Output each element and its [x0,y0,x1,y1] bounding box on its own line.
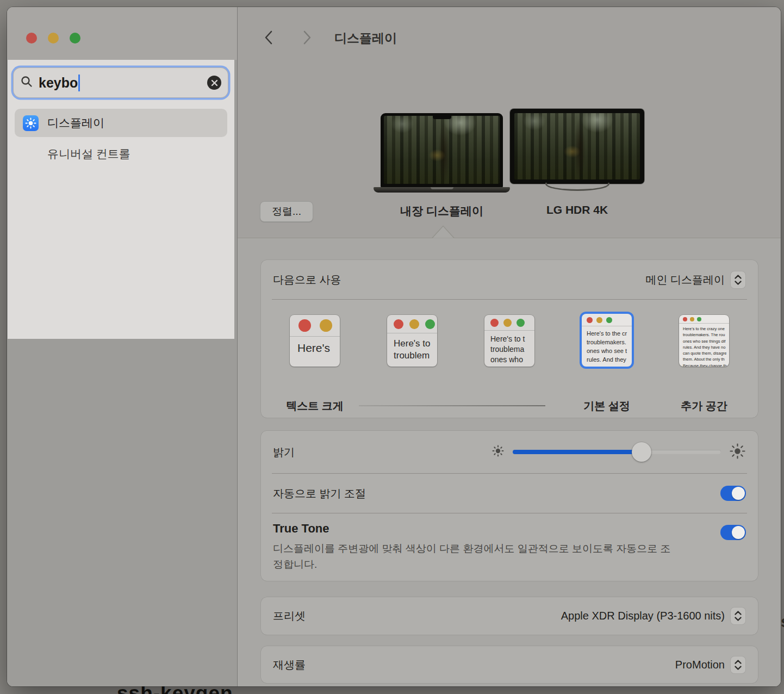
scaling-label-more-space: 추가 공간 [663,399,745,413]
scaling-label-default: 기본 설정 [566,399,648,413]
display-settings-pane: 디스플레이 내장 디스플레이 LG HDR 4K 정렬... [238,7,781,686]
search-result-label: 유니버설 컨트롤 [23,146,130,162]
text-cursor [78,75,80,91]
mini-window-text: Here's [290,337,340,355]
scaling-option-larger-text[interactable]: Here's [290,315,340,367]
resolution-card: 다음으로 사용 메인 디스플레이 Here's [261,260,758,418]
yellow-dot-icon [690,317,694,321]
yellow-dot-icon [409,319,419,329]
search-result-label: 디스플레이 [47,115,104,131]
red-dot-icon [587,317,593,323]
refresh-rate-control[interactable]: ProMotion [675,656,746,674]
scaling-tick-line [359,405,545,406]
scaling-option-3[interactable]: Here's to t troublema ones who [484,315,534,367]
use-as-label: 다음으로 사용 [273,272,341,287]
sidebar: keybo 디스플레 [7,7,238,686]
forward-button[interactable] [302,30,312,47]
mini-window-titlebar [484,315,534,331]
true-tone-description: 디스플레이를 주변광에 맞춰 색상이 다른 환경에서도 일관적으로 보이도록 자… [273,541,678,573]
search-result-universal-control[interactable]: 유니버설 컨트롤 [15,140,227,168]
back-button[interactable] [264,30,273,47]
display-brightness-icon [23,115,39,131]
external-display-name: LG HDR 4K [510,203,644,216]
refresh-rate-value: ProMotion [675,659,725,671]
system-settings-window: keybo 디스플레 [7,7,781,686]
green-dot-icon [697,317,701,321]
scaling-options: Here's Here's to troublem Here's to t tr… [261,300,758,418]
mini-window-titlebar [290,315,340,337]
mini-window-text: Here's to the crazy one troublemakers. T… [679,324,729,367]
search-result-display[interactable]: 디스플레이 [15,109,227,137]
red-dot-icon [298,319,311,332]
preset-control[interactable]: Apple XDR Display (P3-1600 nits) [561,607,746,625]
use-as-value: 메인 디스플레이 [645,272,725,287]
mini-window-text: Here's to t troublema ones who [484,331,534,365]
mini-window-titlebar [582,314,632,326]
green-dot-icon [425,319,435,329]
toggle-knob [732,526,745,539]
red-dot-icon [683,317,687,321]
yellow-dot-icon [596,317,602,323]
mini-window-titlebar [387,315,437,333]
green-dot-icon [517,319,525,327]
external-display-thumbnail[interactable] [510,109,644,191]
background-partial-text: s [781,612,784,631]
builtin-display-name: 내장 디스플레이 [381,203,503,219]
window-controls [26,33,80,44]
brightness-card: 밝기 [261,431,758,581]
use-as-row: 다음으로 사용 메인 디스플레이 [261,260,758,299]
search-input-value: keybo [39,75,78,91]
true-tone-label: True Tone [273,522,678,536]
close-window-button[interactable] [26,33,37,44]
selected-display-caret [432,225,455,240]
auto-brightness-label: 자동으로 밝기 조절 [273,486,366,501]
brightness-high-icon [729,443,746,462]
preset-value: Apple XDR Display (P3-1600 nits) [561,610,725,622]
preset-label: 프리셋 [273,609,306,623]
chevrons-up-down-icon[interactable] [730,607,746,625]
search-input[interactable]: keybo [13,67,228,98]
refresh-rate-row: 재생률 ProMotion [261,646,758,683]
monitor-frame [510,109,644,184]
laptop-base [374,187,510,193]
laptop-notch [433,116,451,119]
chevrons-up-down-icon[interactable] [730,271,746,289]
page-title: 디스플레이 [334,30,397,47]
refresh-rate-label: 재생률 [273,658,306,672]
chevrons-up-down-icon[interactable] [730,656,746,674]
arrange-displays-button[interactable]: 정렬... [260,201,313,222]
mini-window-text: Here's to troublem [387,333,437,362]
yellow-dot-icon [320,319,332,332]
preset-row: 프리셋 Apple XDR Display (P3-1600 nits) [261,597,758,635]
laptop-screen [381,113,503,188]
scaling-label-larger-text: 텍스트 크게 [274,399,356,413]
use-as-control[interactable]: 메인 디스플레이 [645,271,746,289]
brightness-fill [513,450,642,454]
auto-brightness-row: 자동으로 밝기 조절 [261,474,758,513]
scaling-option-default[interactable]: Here's to the cr troublemakers. ones who… [582,314,632,367]
wallpaper-forest-image [384,116,500,184]
true-tone-toggle[interactable] [720,525,746,540]
scaling-option-2[interactable]: Here's to troublem [387,315,437,367]
scaling-option-more-space[interactable]: Here's to the crazy one troublemakers. T… [679,315,729,367]
brightness-slider[interactable] [513,442,721,462]
brightness-label: 밝기 [273,445,295,460]
preset-card: 프리셋 Apple XDR Display (P3-1600 nits) [261,597,758,635]
brightness-row: 밝기 [261,431,758,473]
minimize-window-button[interactable] [48,33,59,44]
monitor-stand [545,183,609,191]
brightness-knob[interactable] [632,442,651,462]
builtin-display-thumbnail[interactable] [381,113,503,193]
fullscreen-window-button[interactable] [70,33,80,44]
red-dot-icon [394,319,403,329]
toggle-knob [732,487,745,500]
auto-brightness-toggle[interactable] [720,486,746,501]
yellow-dot-icon [503,319,512,327]
mini-window-titlebar [679,315,729,324]
clear-search-button[interactable] [207,76,221,90]
refresh-rate-card: 재생률 ProMotion [261,646,758,683]
wallpaper-forest-image [514,113,640,179]
search-icon [20,75,33,90]
search-results-panel: keybo 디스플레 [8,60,234,339]
brightness-low-icon [491,444,505,460]
